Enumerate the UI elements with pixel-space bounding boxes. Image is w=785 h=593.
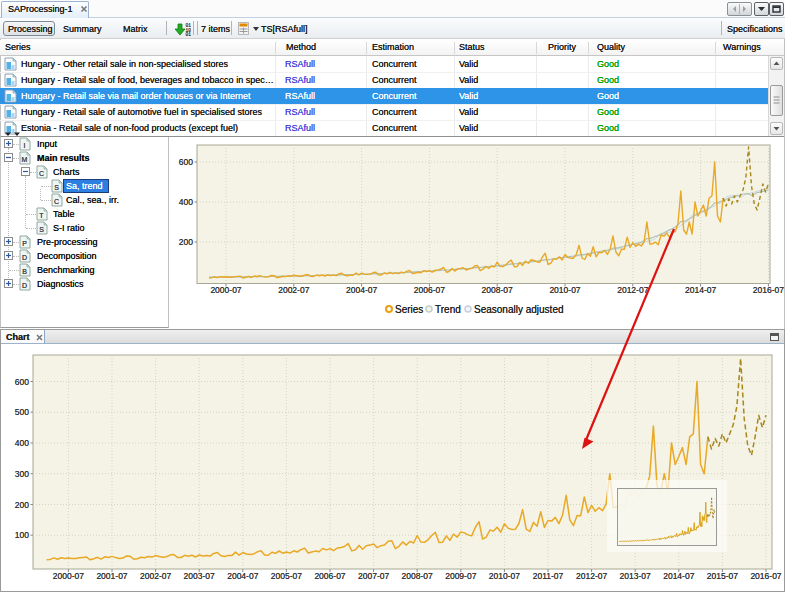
svg-text:300: 300 [15, 469, 29, 479]
svg-text:2004-07: 2004-07 [227, 571, 258, 581]
svg-text:S: S [54, 184, 59, 191]
svg-text:2014-07: 2014-07 [685, 285, 716, 295]
svg-text:D: D [22, 254, 27, 261]
svg-text:2003-07: 2003-07 [184, 571, 215, 581]
svg-text:01: 01 [186, 32, 192, 37]
svg-text:2012-07: 2012-07 [576, 571, 607, 581]
svg-text:2005-07: 2005-07 [271, 571, 302, 581]
svg-text:2002-07: 2002-07 [140, 571, 171, 581]
svg-text:200: 200 [179, 237, 193, 247]
svg-text:2002-07: 2002-07 [278, 285, 309, 295]
svg-text:2015-07: 2015-07 [707, 571, 738, 581]
svg-text:S: S [39, 226, 44, 233]
svg-text:T: T [39, 212, 44, 219]
svg-text:2006-07: 2006-07 [314, 571, 345, 581]
svg-text:600: 600 [15, 377, 29, 387]
svg-text:I: I [24, 142, 26, 149]
svg-text:2001-07: 2001-07 [96, 571, 127, 581]
svg-text:600: 600 [179, 157, 193, 167]
svg-text:500: 500 [15, 407, 29, 417]
svg-text:200: 200 [15, 500, 29, 510]
svg-text:C: C [54, 198, 59, 205]
svg-text:2013-07: 2013-07 [620, 571, 651, 581]
svg-text:2006-07: 2006-07 [414, 285, 445, 295]
svg-text:2012-07: 2012-07 [617, 285, 648, 295]
svg-text:Series: Series [395, 304, 423, 315]
svg-text:2008-07: 2008-07 [482, 285, 513, 295]
svg-text:B: B [22, 268, 27, 275]
svg-text:2000-07: 2000-07 [210, 285, 241, 295]
svg-text:2008-07: 2008-07 [402, 571, 433, 581]
svg-text:C: C [39, 170, 44, 177]
svg-text:M: M [22, 156, 28, 163]
svg-text:2009-07: 2009-07 [445, 571, 476, 581]
svg-text:2016-07: 2016-07 [750, 571, 781, 581]
svg-text:2000-07: 2000-07 [53, 571, 84, 581]
svg-text:2010-07: 2010-07 [489, 571, 520, 581]
svg-text:Seasonally adjusted: Seasonally adjusted [474, 304, 564, 315]
svg-text:2011-07: 2011-07 [533, 571, 564, 581]
svg-text:2016-07: 2016-07 [753, 285, 784, 295]
svg-text:2004-07: 2004-07 [346, 285, 377, 295]
svg-text:2014-07: 2014-07 [663, 571, 694, 581]
svg-text:2010-07: 2010-07 [549, 285, 580, 295]
svg-text:Trend: Trend [435, 304, 461, 315]
svg-text:2007-07: 2007-07 [358, 571, 389, 581]
svg-text:100: 100 [15, 530, 29, 540]
svg-text:400: 400 [15, 438, 29, 448]
svg-text:D: D [22, 282, 27, 289]
svg-text:400: 400 [179, 197, 193, 207]
svg-text:P: P [22, 240, 27, 247]
